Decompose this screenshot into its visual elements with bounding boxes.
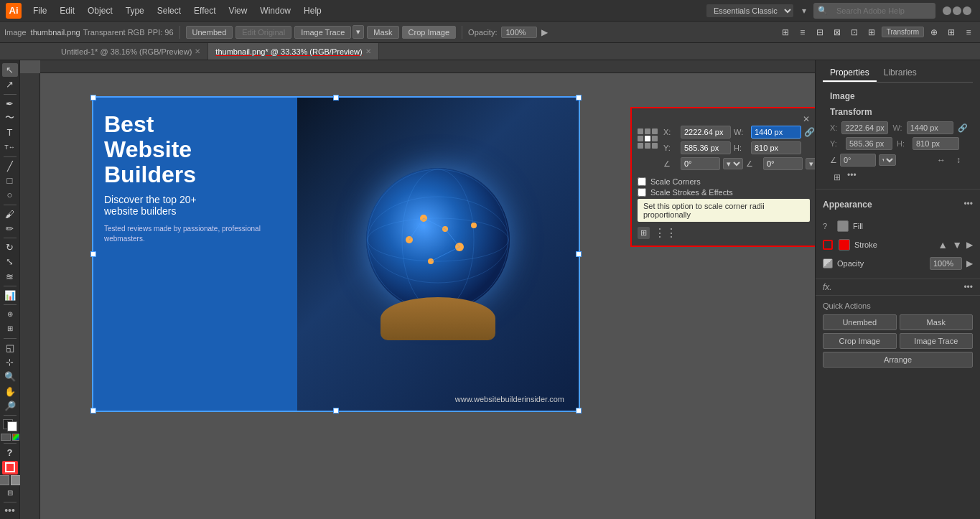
more-options-icon[interactable]: ▶ bbox=[541, 27, 548, 37]
ellipse-tool[interactable]: ○ bbox=[2, 188, 18, 202]
angle2-input[interactable] bbox=[763, 157, 803, 170]
reference-point-grid[interactable] bbox=[638, 128, 658, 149]
menu-edit[interactable]: Edit bbox=[54, 3, 80, 19]
tab-libraries[interactable]: Libraries bbox=[877, 65, 924, 82]
tab-thumbnail[interactable]: thumbnail.png* @ 33.33% (RGB/Preview) ✕ bbox=[208, 43, 378, 60]
fx-more-btn[interactable]: ••• bbox=[963, 282, 973, 292]
align-distribute-icon[interactable]: ⊡ bbox=[847, 25, 862, 39]
image-trace-dropdown[interactable]: ▾ bbox=[353, 25, 364, 39]
handle-tr[interactable] bbox=[576, 95, 582, 100]
fill-swatch[interactable] bbox=[837, 220, 849, 232]
align-v-icon[interactable]: ⊠ bbox=[830, 25, 844, 39]
tab-untitled-close[interactable]: ✕ bbox=[195, 47, 200, 55]
column-graph-tool[interactable]: 📊 bbox=[2, 289, 18, 302]
stroke-color-swatch[interactable] bbox=[839, 239, 850, 251]
props-flip-v[interactable]: ↕ bbox=[951, 153, 966, 167]
angle2-dropdown[interactable]: ▾ bbox=[806, 158, 815, 169]
menu-select[interactable]: Select bbox=[151, 3, 187, 19]
window-minimize[interactable] bbox=[943, 6, 951, 15]
handle-br[interactable] bbox=[576, 408, 582, 413]
eyedropper-tool[interactable]: 🔍 bbox=[2, 370, 18, 383]
qa-arrange-btn[interactable]: Arrange bbox=[823, 352, 973, 368]
props-lock-icon[interactable]: 🔗 bbox=[958, 123, 968, 133]
menu-help[interactable]: Help bbox=[298, 3, 327, 19]
tab-untitled[interactable]: Untitled-1* @ 38.16% (RGB/Preview) ✕ bbox=[54, 43, 208, 60]
opacity-expand-btn[interactable]: ▶ bbox=[966, 258, 973, 268]
curvature-tool[interactable]: 〜 bbox=[2, 111, 18, 125]
image-trace-button[interactable]: Image Trace bbox=[294, 26, 351, 39]
w-input[interactable] bbox=[751, 126, 801, 139]
handle-bc[interactable] bbox=[333, 408, 339, 413]
window-maximize[interactable] bbox=[953, 6, 961, 15]
popup-close-icon[interactable]: ✕ bbox=[803, 114, 810, 124]
mask-button[interactable]: Mask bbox=[367, 26, 398, 39]
qa-mask-btn[interactable]: Mask bbox=[900, 314, 974, 330]
link-icon[interactable]: 🔗 bbox=[804, 127, 815, 137]
props-angle-input[interactable] bbox=[840, 154, 876, 167]
line-tool[interactable]: ╱ bbox=[2, 159, 18, 173]
stroke-swatch[interactable] bbox=[823, 240, 833, 250]
qa-image-trace-btn[interactable]: Image Trace bbox=[900, 333, 974, 349]
unembed-button[interactable]: Unembed bbox=[186, 26, 233, 39]
handle-tc[interactable] bbox=[333, 95, 339, 100]
menu-effect[interactable]: Effect bbox=[188, 3, 221, 19]
menu-window[interactable]: Window bbox=[254, 3, 297, 19]
handle-tl[interactable] bbox=[90, 95, 96, 100]
appearance-more-btn[interactable]: ••• bbox=[963, 199, 973, 209]
props-w-input[interactable] bbox=[907, 121, 953, 134]
more-icon[interactable]: ≡ bbox=[961, 25, 976, 39]
gradient-icon[interactable] bbox=[12, 434, 19, 441]
workspace-selector[interactable]: Essentials Classic bbox=[706, 4, 793, 17]
pen-tool[interactable]: ✒ bbox=[2, 97, 18, 111]
y-input[interactable] bbox=[681, 141, 731, 154]
rotate-tool[interactable]: ↻ bbox=[2, 240, 18, 254]
menu-file[interactable]: File bbox=[27, 3, 52, 19]
props-flip-h[interactable]: ↔ bbox=[934, 153, 948, 167]
selection-tool[interactable]: ↖ bbox=[2, 63, 18, 77]
handle-ml[interactable] bbox=[90, 251, 96, 257]
align-right-icon[interactable]: ⊞ bbox=[944, 25, 958, 39]
direct-selection-tool[interactable]: ↗ bbox=[2, 78, 18, 91]
normal-mode[interactable] bbox=[0, 475, 9, 485]
rect-tool[interactable]: □ bbox=[2, 174, 18, 187]
window-close[interactable] bbox=[963, 6, 971, 15]
transform-more-btn[interactable]: ••• bbox=[847, 170, 857, 184]
screen-mode-tool[interactable]: ⊟ bbox=[2, 486, 18, 500]
props-x-input[interactable] bbox=[841, 121, 888, 134]
qa-crop-btn[interactable]: Crop Image bbox=[823, 333, 897, 349]
tab-thumbnail-close[interactable]: ✕ bbox=[365, 47, 371, 55]
props-y-input[interactable] bbox=[846, 137, 892, 150]
h-input[interactable] bbox=[751, 141, 801, 154]
menu-object[interactable]: Object bbox=[82, 3, 118, 19]
mesh-tool[interactable]: ⊹ bbox=[2, 355, 18, 369]
copy-icon[interactable]: ⊞ bbox=[638, 227, 650, 239]
x-input[interactable] bbox=[681, 126, 731, 139]
more-tools-btn[interactable]: ••• bbox=[4, 505, 15, 516]
search-input[interactable] bbox=[831, 4, 931, 17]
align-h-icon[interactable]: ⊟ bbox=[813, 25, 827, 39]
fill-color[interactable] bbox=[3, 419, 17, 432]
align-icon[interactable]: ≡ bbox=[795, 25, 810, 39]
alt-mode[interactable] bbox=[11, 475, 21, 485]
handle-mr[interactable] bbox=[576, 251, 582, 257]
artboard-tool[interactable]: ⊞ bbox=[2, 322, 18, 335]
menu-view[interactable]: View bbox=[223, 3, 253, 19]
pencil-tool[interactable]: ✏ bbox=[2, 222, 18, 235]
angle1-input[interactable] bbox=[681, 157, 720, 170]
handle-bl[interactable] bbox=[90, 408, 96, 413]
pathfinder-icon[interactable]: ⊕ bbox=[927, 25, 941, 39]
gradient-tool[interactable]: ◱ bbox=[2, 340, 18, 354]
type-tool[interactable]: T bbox=[2, 126, 18, 139]
angle1-dropdown[interactable]: ▾ bbox=[723, 158, 743, 169]
tab-properties[interactable]: Properties bbox=[823, 65, 877, 82]
scale-strokes-checkbox[interactable] bbox=[638, 188, 646, 197]
zoom-tool[interactable]: 🔎 bbox=[2, 399, 18, 413]
paintbrush-tool[interactable]: 🖌 bbox=[2, 207, 18, 220]
hand-tool[interactable]: ✋ bbox=[2, 384, 18, 398]
props-h-input[interactable] bbox=[913, 137, 959, 150]
symbol-sprayer-tool[interactable]: ⊛ bbox=[2, 307, 18, 321]
qa-unembed-btn[interactable]: Unembed bbox=[823, 314, 897, 330]
transform-tab-btn[interactable]: Transform bbox=[882, 27, 924, 37]
stroke-down-btn[interactable]: ▼ bbox=[952, 239, 962, 251]
none-icon[interactable] bbox=[1, 434, 11, 441]
